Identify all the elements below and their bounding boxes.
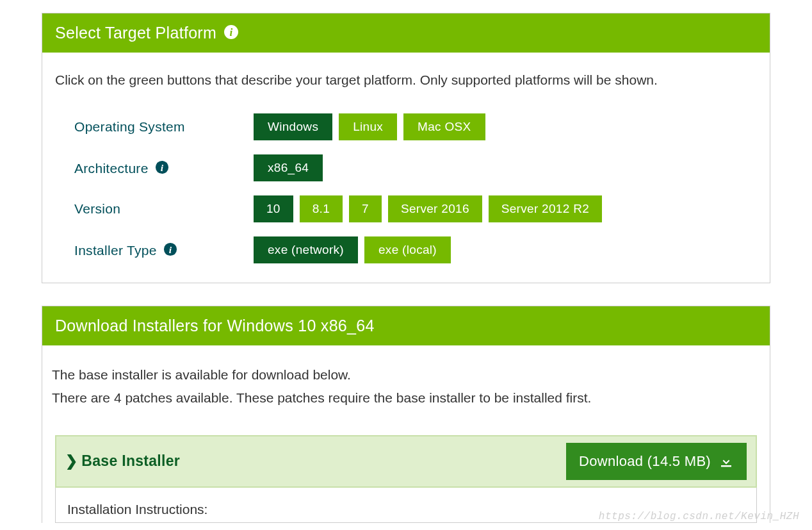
architecture-label-text: Architecture (74, 161, 149, 176)
base-installer-label: Base Installer (81, 452, 180, 470)
os-option-macosx[interactable]: Mac OSX (403, 113, 485, 140)
version-options: 10 8.1 7 Server 2016 Server 2012 R2 (254, 195, 602, 222)
version-row: Version 10 8.1 7 Server 2016 Server 2012… (74, 195, 757, 222)
download-button-label: Download (14.5 MB) (579, 453, 711, 470)
os-option-linux[interactable]: Linux (339, 113, 397, 140)
select-panel-header: Select Target Platform i (42, 13, 770, 53)
os-options: Windows Linux Mac OSX (254, 113, 485, 140)
version-label: Version (74, 201, 254, 217)
chevron-right-icon: ❯ (65, 452, 77, 470)
architecture-row: Architecture i x86_64 (74, 154, 757, 181)
os-row: Operating System Windows Linux Mac OSX (74, 113, 757, 140)
svg-text:i: i (169, 244, 172, 254)
download-panel-body: The base installer is available for down… (42, 345, 770, 522)
arch-option-x86-64[interactable]: x86_64 (254, 154, 323, 181)
installation-instructions-label: Installation Instructions: (67, 502, 745, 517)
base-installer-row[interactable]: ❯ Base Installer Download (14.5 MB) (55, 435, 757, 488)
os-label: Operating System (74, 119, 254, 135)
svg-text:i: i (160, 161, 163, 172)
download-button[interactable]: Download (14.5 MB) (566, 443, 747, 480)
installer-option-exe-local[interactable]: exe (local) (364, 236, 451, 263)
architecture-label: Architecture i (74, 160, 254, 176)
installer-type-label: Installer Type i (74, 242, 254, 258)
info-icon[interactable]: i (223, 24, 239, 40)
version-option-server-2016[interactable]: Server 2016 (388, 195, 482, 222)
download-panel-header: Download Installers for Windows 10 x86_6… (42, 306, 770, 345)
download-icon (719, 454, 734, 469)
architecture-options: x86_64 (254, 154, 323, 181)
version-option-8-1[interactable]: 8.1 (300, 195, 343, 222)
version-option-10[interactable]: 10 (254, 195, 293, 222)
installer-type-label-text: Installer Type (74, 243, 157, 258)
instruction-text: Click on the green buttons that describe… (55, 70, 757, 89)
installer-type-row: Installer Type i exe (network) exe (loca… (74, 236, 757, 263)
installer-type-options: exe (network) exe (local) (254, 236, 451, 263)
version-option-7[interactable]: 7 (349, 195, 382, 222)
download-desc-line-1: The base installer is available for down… (52, 363, 760, 386)
download-installers-panel: Download Installers for Windows 10 x86_6… (42, 306, 770, 522)
svg-text:i: i (230, 26, 233, 38)
version-option-server-2012-r2[interactable]: Server 2012 R2 (489, 195, 602, 222)
select-panel-body: Click on the green buttons that describe… (42, 53, 770, 283)
select-target-platform-panel: Select Target Platform i Click on the gr… (42, 13, 770, 283)
download-description: The base installer is available for down… (52, 363, 760, 409)
installation-instructions-section: Installation Instructions: (55, 488, 757, 523)
base-installer-title: ❯ Base Installer (65, 452, 180, 470)
download-desc-line-2: There are 4 patches available. These pat… (52, 386, 760, 410)
select-panel-title: Select Target Platform (55, 24, 216, 42)
info-icon[interactable]: i (155, 160, 169, 174)
installer-option-exe-network[interactable]: exe (network) (254, 236, 358, 263)
os-option-windows[interactable]: Windows (254, 113, 332, 140)
info-icon[interactable]: i (163, 242, 177, 256)
